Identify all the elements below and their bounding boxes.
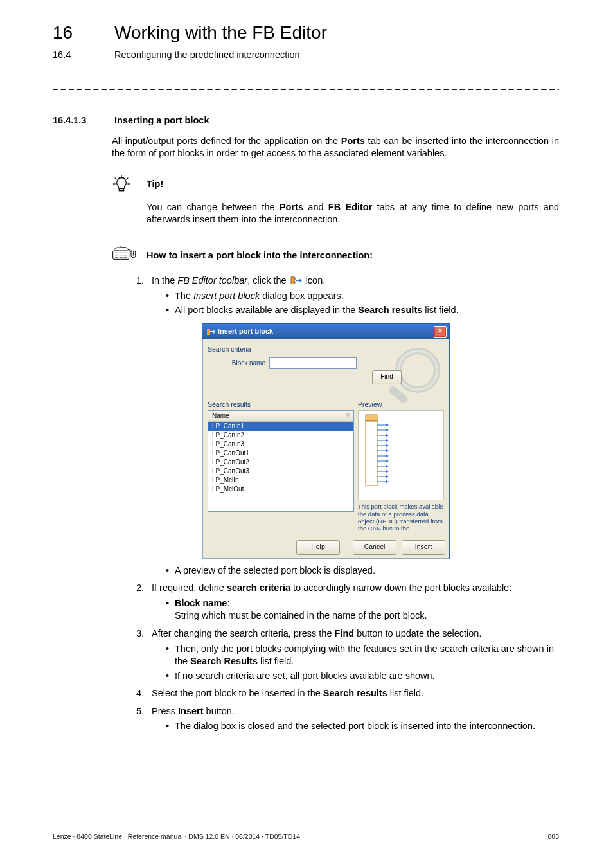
search-results-list[interactable]: Name▽ LP_CanIn1 LP_CanIn2 LP_CanIn3 LP_C… [208,410,354,512]
page-footer: Lenze · 8400 StateLine · Reference manua… [53,832,559,841]
step-3-note-2: If no search criteria are set, all port … [166,670,559,683]
step-3: After changing the search criteria, pres… [147,628,559,682]
svg-marker-38 [386,424,389,426]
step-1: In the FB Editor toolbar, click the icon… [147,275,559,577]
block-name-input[interactable] [269,357,357,369]
list-column-header[interactable]: Name▽ [208,411,353,422]
find-button[interactable]: Find [372,370,402,384]
svg-marker-47 [386,470,389,473]
chapter-number: 16 [53,21,112,45]
svg-marker-46 [386,465,389,467]
intro-paragraph: All input/output ports defined for the a… [112,135,559,160]
svg-rect-17 [290,277,294,284]
list-item[interactable]: LP_CanOut3 [208,467,353,476]
step-5-note-1: The dialog box is closed and the selecte… [166,720,559,733]
block-name-label: Block name [226,359,265,368]
list-item[interactable]: LP_CanIn3 [208,440,353,449]
insert-button[interactable]: Insert [402,540,445,555]
list-item[interactable]: LP_CanIn2 [208,431,353,440]
section-title: Reconfiguring the predefined interconnec… [114,49,300,62]
svg-rect-18 [294,278,296,279]
svg-rect-20 [207,329,210,335]
step-2-block-name: Block name: String which must be contain… [166,597,559,622]
page-header: 16 Working with the FB Editor 16.4 Recon… [53,21,559,61]
svg-marker-40 [386,434,389,437]
subsection-title: Inserting a port block [114,114,209,127]
list-item[interactable]: LP_CanIn1 [208,422,353,431]
help-button[interactable]: Help [296,540,340,555]
subsection-heading: 16.4.1.3 Inserting a port block [53,114,559,127]
howto-heading: How to insert a port block into the inte… [147,249,373,262]
step-1-note-3: A preview of the selected port block is … [166,565,559,577]
svg-rect-19 [294,282,296,283]
tip-block: Tip! [112,174,559,197]
section-number: 16.4 [53,49,112,62]
close-icon[interactable]: × [434,326,447,338]
howto-heading-row: How to insert a port block into the inte… [112,246,559,266]
page-number: 883 [547,832,559,841]
svg-rect-6 [120,190,123,192]
footer-left: Lenze · 8400 StateLine · Reference manua… [53,832,300,841]
svg-rect-24 [366,415,377,421]
svg-marker-39 [386,429,389,431]
step-1-note-1: The Insert port block dialog box appears… [166,290,559,303]
chapter-title: Working with the FB Editor [114,21,327,45]
list-item[interactable]: LP_CanOut1 [208,449,353,458]
dialog-titlebar: Insert port block × [202,324,449,339]
step-4: Select the port block to be inserted in … [147,687,559,700]
dialog-title-icon [206,327,215,336]
lightbulb-icon [112,174,138,197]
svg-line-2 [115,178,117,180]
tip-body: You can change between the Ports and FB … [147,201,559,226]
svg-marker-42 [386,444,389,447]
step-3-note-1: Then, only the port blocks complying wit… [166,643,559,668]
list-item[interactable]: LP_MciIn [208,476,353,485]
preview-caption: This port block makes available the data… [358,503,444,532]
svg-line-3 [127,178,129,180]
step-5: Press Insert button. The dialog box is c… [147,705,559,733]
divider: _ _ _ _ _ _ _ _ _ _ _ _ _ _ _ _ _ _ _ _ … [53,79,559,91]
insert-port-block-toolbar-icon [290,276,302,285]
svg-marker-43 [386,449,389,452]
list-item[interactable]: LP_CanOut2 [208,458,353,467]
svg-marker-41 [386,439,389,442]
search-results-label: Search results [208,400,354,409]
svg-point-22 [398,351,437,390]
svg-marker-48 [386,475,389,478]
preview-panel [358,410,444,500]
svg-marker-49 [386,480,389,483]
subsection-number: 16.4.1.3 [53,114,112,127]
svg-rect-25 [366,421,377,485]
svg-marker-44 [386,455,389,457]
insert-port-block-dialog: Insert port block × Search criteria Bloc… [202,323,450,559]
procedure-icon [112,246,141,266]
dialog-title: Insert port block [218,327,273,336]
port-block-preview-icon [361,413,393,488]
list-item[interactable]: LP_MciOut [208,485,353,494]
cancel-button[interactable]: Cancel [353,540,396,555]
steps-list: In the FB Editor toolbar, click the icon… [112,275,559,733]
step-2: If required, define search criteria to a… [147,582,559,622]
tip-label: Tip! [147,178,163,191]
step-1-note-2: All port blocks available are displayed … [166,304,559,317]
svg-marker-45 [386,460,389,462]
